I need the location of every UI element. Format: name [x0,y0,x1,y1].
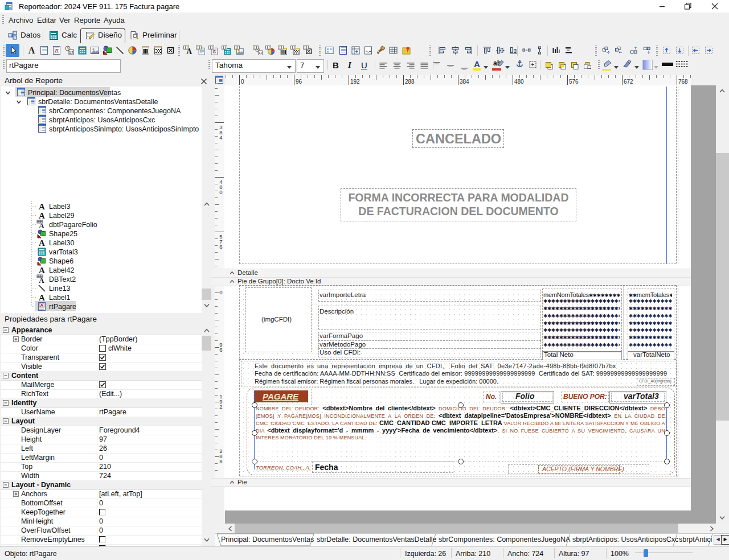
svg-text:A: A [39,266,45,274]
svg-text:A: A [212,49,216,54]
svg-text:A: A [39,276,44,283]
svg-text:A: A [28,46,35,55]
svg-text:A: A [39,293,45,302]
svg-text:A: A [55,48,59,53]
svg-text:12: 12 [259,51,263,55]
svg-text:12: 12 [69,51,73,55]
svg-text:A: A [39,221,44,229]
svg-text:A: A [40,303,44,308]
svg-text:A: A [39,238,45,247]
svg-text:A: A [39,202,45,211]
svg-text:A: A [39,211,45,220]
